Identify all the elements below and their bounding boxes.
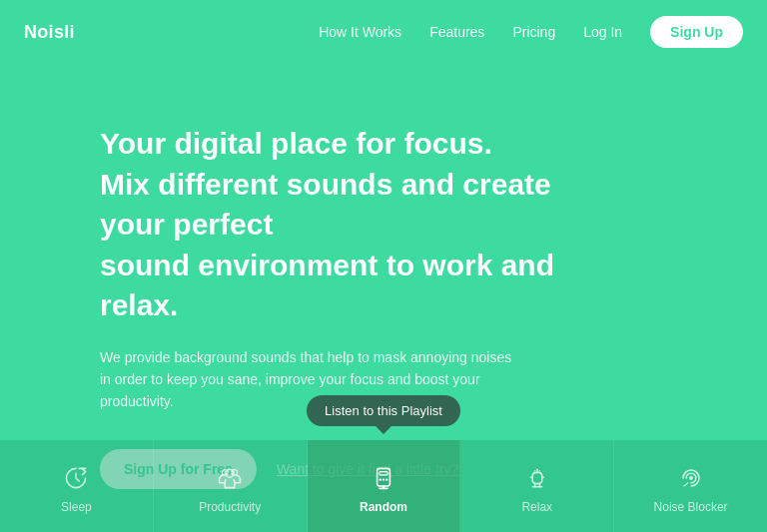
category-sleep[interactable]: Sleep bbox=[0, 440, 154, 532]
svg-point-2 bbox=[223, 470, 229, 476]
nav-login[interactable]: Log In bbox=[583, 24, 622, 40]
productivity-icon bbox=[214, 462, 246, 494]
category-productivity[interactable]: Productivity bbox=[154, 440, 308, 532]
category-random[interactable]: Random bbox=[308, 440, 461, 532]
relax-icon bbox=[521, 462, 553, 494]
sleep-icon bbox=[60, 462, 92, 494]
category-random-label: Random bbox=[360, 500, 407, 514]
nav-pricing[interactable]: Pricing bbox=[512, 24, 555, 40]
category-productivity-label: Productivity bbox=[199, 500, 261, 514]
nav-features[interactable]: Features bbox=[429, 24, 484, 40]
svg-point-10 bbox=[689, 476, 693, 480]
svg-point-1 bbox=[232, 470, 238, 476]
nav-how-it-works[interactable]: How It Works bbox=[319, 24, 401, 40]
category-noise-blocker[interactable]: Noise Blocker bbox=[614, 440, 767, 532]
nav-links: How It Works Features Pricing Log In Sig… bbox=[319, 16, 743, 48]
navbar: Noisli How It Works Features Pricing Log… bbox=[0, 0, 767, 64]
hero-title: Your digital place for focus. Mix differ… bbox=[100, 124, 619, 326]
svg-rect-4 bbox=[380, 472, 387, 475]
category-relax[interactable]: Relax bbox=[460, 440, 614, 532]
category-noise-blocker-label: Noise Blocker bbox=[654, 500, 728, 514]
random-icon bbox=[368, 462, 399, 494]
svg-point-6 bbox=[383, 478, 384, 480]
sound-categories: Sleep Productivity bbox=[0, 440, 767, 532]
playlist-section: Listen to this Playlist Sleep Productiv bbox=[0, 395, 767, 532]
noise-blocker-icon bbox=[675, 462, 707, 494]
svg-point-8 bbox=[534, 470, 536, 472]
playlist-bubble[interactable]: Listen to this Playlist bbox=[307, 395, 460, 426]
svg-point-7 bbox=[385, 478, 387, 480]
svg-point-9 bbox=[538, 470, 540, 472]
category-sleep-label: Sleep bbox=[61, 500, 92, 514]
brand-logo: Noisli bbox=[24, 22, 75, 43]
svg-point-5 bbox=[380, 478, 382, 480]
signup-nav-button[interactable]: Sign Up bbox=[650, 16, 743, 48]
category-relax-label: Relax bbox=[521, 500, 552, 514]
